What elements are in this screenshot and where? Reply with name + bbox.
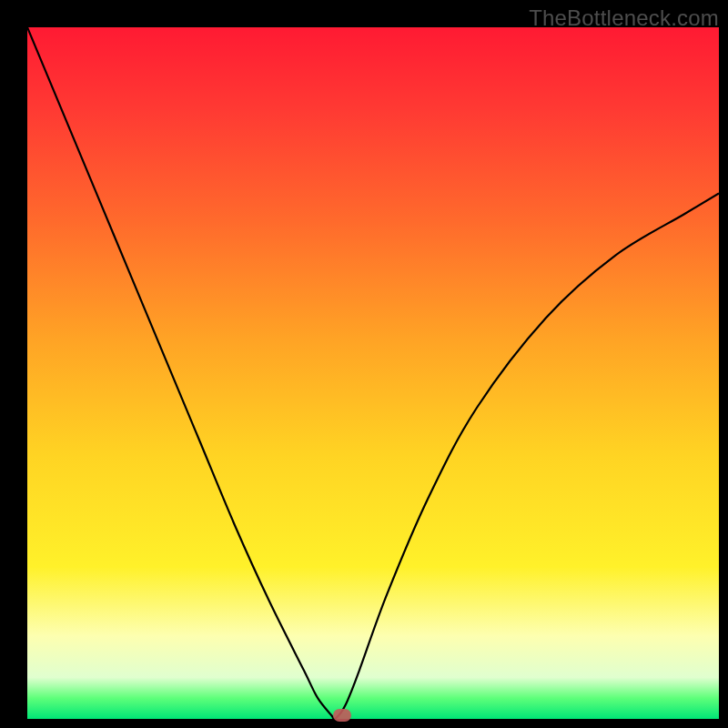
plot-area [27, 27, 719, 719]
optimal-marker [333, 709, 351, 722]
bottleneck-curve [27, 27, 719, 719]
watermark-text: TheBottleneck.com [529, 5, 719, 31]
